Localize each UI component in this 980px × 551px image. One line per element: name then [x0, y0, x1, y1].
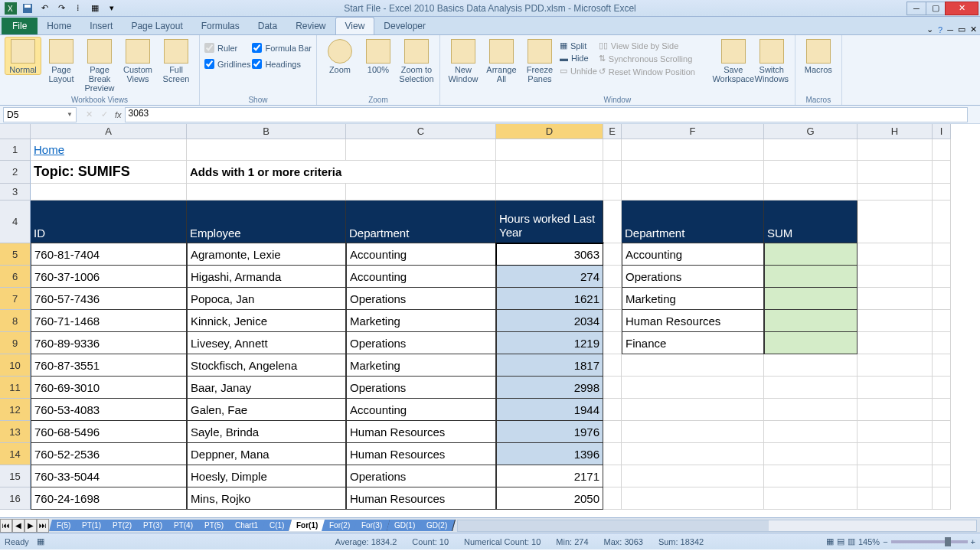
cell[interactable] — [858, 288, 933, 310]
cell[interactable] — [603, 487, 622, 510]
cell[interactable] — [933, 266, 951, 288]
cell[interactable] — [603, 354, 622, 377]
department-cell[interactable]: Marketing — [346, 310, 496, 332]
side-header[interactable]: Department — [622, 201, 764, 243]
cell[interactable] — [622, 161, 764, 184]
full-screen-button[interactable]: Full Screen — [158, 37, 194, 84]
cell[interactable] — [858, 421, 933, 443]
department-cell[interactable]: Human Resources — [346, 443, 496, 465]
topic-desc[interactable]: Adds with 1 or more criteria — [187, 161, 496, 184]
tab-nav-next-icon[interactable]: ▶ — [24, 519, 37, 533]
tab-page-layout[interactable]: Page Layout — [122, 18, 191, 34]
department-cell[interactable]: Human Resources — [346, 487, 496, 510]
cell[interactable] — [858, 443, 933, 465]
cell[interactable] — [622, 443, 764, 465]
cell[interactable] — [858, 354, 933, 377]
cell[interactable] — [603, 399, 622, 421]
hours-cell[interactable]: 3063 — [496, 243, 603, 266]
workbook-restore-icon[interactable]: ▭ — [958, 24, 965, 34]
cell[interactable] — [622, 377, 764, 399]
tab-nav-last-icon[interactable]: ⏭ — [37, 519, 49, 533]
redo-icon[interactable]: ↷ — [54, 2, 69, 15]
side-header[interactable]: SUM — [764, 201, 858, 243]
cell[interactable] — [622, 487, 764, 510]
view-normal-icon[interactable]: ▦ — [826, 536, 834, 546]
cell[interactable] — [603, 377, 622, 399]
cell[interactable] — [933, 310, 951, 332]
freeze-panes-button[interactable]: Freeze Panes — [521, 37, 558, 84]
hours-cell[interactable]: 2998 — [496, 377, 603, 399]
row-header[interactable]: 5 — [0, 243, 31, 266]
row-header[interactable]: 7 — [0, 288, 31, 310]
hide-button[interactable]: ▬ Hide — [560, 53, 597, 64]
cell[interactable] — [603, 201, 622, 243]
cell[interactable] — [933, 421, 951, 443]
cell[interactable] — [622, 139, 764, 161]
switch-windows-button[interactable]: Switch Windows — [753, 37, 790, 84]
cancel-formula-icon[interactable]: ✕ — [81, 109, 96, 119]
row-header[interactable]: 6 — [0, 266, 31, 288]
employee-cell[interactable]: Deppner, Mana — [187, 443, 346, 465]
cell[interactable] — [603, 310, 622, 332]
name-box[interactable]: D5▼ — [3, 107, 77, 122]
maximize-button[interactable]: ▢ — [926, 2, 946, 15]
cell[interactable] — [346, 184, 496, 201]
cell[interactable] — [933, 201, 951, 243]
cell[interactable] — [764, 465, 858, 487]
employee-cell[interactable]: Mins, Rojko — [187, 487, 346, 510]
gridlines-checkbox[interactable]: Gridlines — [204, 59, 250, 69]
cell[interactable] — [933, 443, 951, 465]
cell[interactable] — [933, 288, 951, 310]
row-header[interactable]: 11 — [0, 377, 31, 399]
id-cell[interactable]: 760-89-9336 — [31, 332, 187, 354]
chevron-down-icon[interactable]: ▼ — [67, 111, 73, 118]
hours-cell[interactable]: 1219 — [496, 332, 603, 354]
employee-cell[interactable]: Baar, Janay — [187, 377, 346, 399]
cell[interactable] — [858, 184, 933, 201]
view-break-icon[interactable]: ▥ — [848, 536, 855, 546]
department-cell[interactable]: Accounting — [346, 399, 496, 421]
cell[interactable] — [603, 161, 622, 184]
zoom-button[interactable]: Zoom — [322, 37, 358, 75]
employee-cell[interactable]: Kinnick, Jenice — [187, 310, 346, 332]
cell[interactable] — [858, 161, 933, 184]
cell[interactable] — [764, 184, 858, 201]
cell[interactable] — [933, 161, 951, 184]
cell[interactable] — [622, 465, 764, 487]
sum-cell[interactable] — [764, 266, 858, 288]
cell[interactable] — [603, 465, 622, 487]
cell[interactable] — [933, 243, 951, 266]
help-icon[interactable]: ? — [938, 25, 942, 34]
cell[interactable] — [933, 487, 951, 510]
tab-home[interactable]: Home — [38, 18, 80, 34]
sheet-tab[interactable]: GD(2) — [419, 520, 456, 531]
cell[interactable] — [858, 201, 933, 243]
id-cell[interactable]: 760-33-5044 — [31, 465, 187, 487]
cell[interactable] — [496, 161, 603, 184]
formula-input[interactable]: 3063 — [125, 107, 968, 122]
workbook-minimize-icon[interactable]: ─ — [947, 25, 953, 34]
hours-cell[interactable]: 1944 — [496, 399, 603, 421]
employee-cell[interactable]: Popoca, Jan — [187, 288, 346, 310]
column-header-C[interactable]: C — [346, 124, 496, 139]
macros-button[interactable]: Macros — [800, 37, 837, 75]
zoom-100-button[interactable]: 100% — [360, 37, 397, 75]
id-cell[interactable]: 760-57-7436 — [31, 288, 187, 310]
employee-cell[interactable]: Galen, Fae — [187, 399, 346, 421]
arrange-all-button[interactable]: Arrange All — [483, 37, 520, 84]
id-cell[interactable]: 760-37-1006 — [31, 266, 187, 288]
tab-nav-first-icon[interactable]: ⏮ — [0, 519, 12, 533]
department-cell[interactable]: Marketing — [346, 354, 496, 377]
zoom-level[interactable]: 145% — [858, 537, 880, 546]
sheet-tab[interactable]: Chart1 — [227, 520, 266, 531]
select-all-corner[interactable] — [0, 124, 31, 139]
cell[interactable] — [603, 421, 622, 443]
hours-cell[interactable]: 1621 — [496, 288, 603, 310]
employee-cell[interactable]: Livesey, Annett — [187, 332, 346, 354]
tab-developer[interactable]: Developer — [374, 18, 435, 34]
row-header[interactable]: 3 — [0, 184, 31, 201]
id-cell[interactable]: 760-68-5496 — [31, 421, 187, 443]
tab-review[interactable]: Review — [286, 18, 335, 34]
custom-views-button[interactable]: Custom Views — [119, 37, 156, 84]
cell[interactable] — [31, 184, 187, 201]
